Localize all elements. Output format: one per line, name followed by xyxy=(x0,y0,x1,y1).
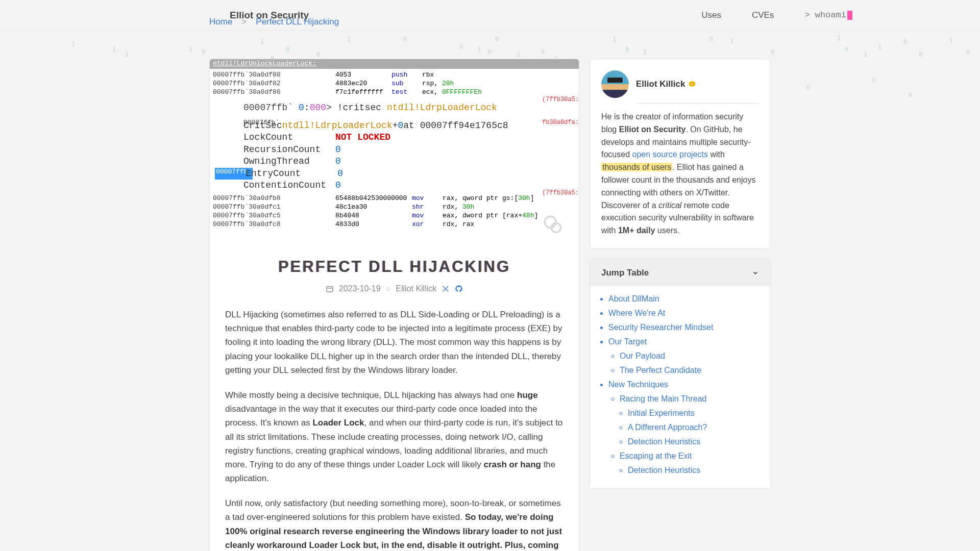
meta-separator: ○ xyxy=(386,284,391,293)
jump-table-toggle[interactable]: Jump Table xyxy=(590,260,770,286)
svg-rect-2 xyxy=(327,286,333,292)
svg-point-0 xyxy=(545,216,556,228)
breadcrumb-home[interactable]: Home xyxy=(209,17,232,27)
chevron-down-icon xyxy=(752,269,759,277)
toc-link[interactable]: Our Target xyxy=(608,337,647,346)
toc-link[interactable]: Initial Experiments xyxy=(628,409,695,417)
sidebar: Elliot Killick He is the creator of info… xyxy=(590,59,771,551)
gear-icon xyxy=(541,213,564,235)
article-author: Elliot Killick xyxy=(396,284,436,293)
toc-link[interactable]: About DllMain xyxy=(608,294,659,303)
article-meta: 2023-10-19 ○ Elliot Killick xyxy=(225,284,564,293)
nav-whoami[interactable]: > whoami xyxy=(804,10,852,20)
toc-link[interactable]: New Techniques xyxy=(608,380,668,389)
verified-icon xyxy=(688,80,696,88)
jump-table-card: Jump Table About DllMain Where We're At … xyxy=(590,259,771,489)
toc-link[interactable]: Where We're At xyxy=(608,309,665,317)
article-title: PERFECT DLL HIJACKING xyxy=(225,258,564,276)
paragraph: While mostly being a decisive technique,… xyxy=(225,388,564,485)
github-icon[interactable] xyxy=(455,285,463,293)
toc-link[interactable]: Escaping at the Exit xyxy=(620,452,692,460)
nav-uses[interactable]: Uses xyxy=(701,10,721,20)
toc-link[interactable]: Detection Heuristics xyxy=(628,466,700,474)
nav-cves[interactable]: CVEs xyxy=(752,10,774,20)
article-date: 2023-10-19 xyxy=(339,284,381,293)
toc-link[interactable]: The Perfect Candidate xyxy=(620,366,701,374)
hero-image: ntdll!LdrUnlockLoaderLock: 00007ffb`30a0… xyxy=(210,59,579,245)
oss-link[interactable]: open source projects xyxy=(632,150,708,159)
toc-link[interactable]: Our Payload xyxy=(620,352,665,360)
x-twitter-icon[interactable] xyxy=(442,285,450,293)
toc-link[interactable]: A Different Approach? xyxy=(628,423,707,432)
calendar-icon xyxy=(326,285,334,293)
author-card: Elliot Killick He is the creator of info… xyxy=(590,59,771,249)
paragraph: DLL Hijacking (sometimes also referred t… xyxy=(225,308,564,377)
hero-disasm-header: ntdll!LdrUnlockLoaderLock: xyxy=(210,59,579,69)
article: ntdll!LdrUnlockLoaderLock: 00007ffb`30a0… xyxy=(209,59,579,551)
top-nav: Uses CVEs > whoami xyxy=(701,10,852,20)
header: Elliot on Security Uses CVEs > whoami xyxy=(0,0,980,31)
avatar xyxy=(601,70,629,98)
author-bio: He is the creator of information securit… xyxy=(601,111,759,237)
toc-link[interactable]: Detection Heuristics xyxy=(628,437,700,446)
cursor-icon xyxy=(847,11,852,20)
toc-link[interactable]: Racing the Main Thread xyxy=(620,394,706,403)
toc-list: About DllMain Where We're At Security Re… xyxy=(608,294,759,475)
whoami-text: > whoami xyxy=(804,10,846,20)
breadcrumb-current[interactable]: Perfect DLL Hijacking xyxy=(256,17,339,27)
paragraph: Until now, only satisfactory (but needin… xyxy=(225,496,564,551)
breadcrumb: Home > Perfect DLL Hijacking xyxy=(209,17,339,27)
toc-link[interactable]: Security Researcher Mindset xyxy=(608,323,713,332)
breadcrumb-separator: > xyxy=(241,17,247,27)
author-name: Elliot Killick xyxy=(636,79,696,89)
